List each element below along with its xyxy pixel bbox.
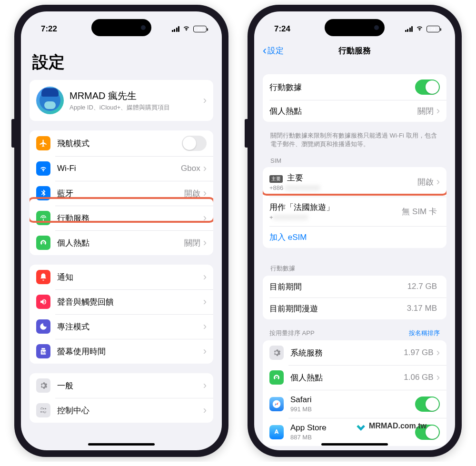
row-period[interactable]: 目前期間 12.7 GB [263,276,446,297]
cell-signal-icon [405,26,413,32]
safari-sub: 991 MB [290,406,415,413]
sound-label: 聲音與觸覺回饋 [57,297,203,307]
nav-title: 行動服務 [338,45,371,56]
chevron-icon: › [203,297,207,307]
sim-header: SIM [263,157,446,167]
hotspot-usage-value: 1.06 GB [404,373,433,382]
usage-header: 行動數據 [263,264,446,276]
roaming-value: 3.17 MB [407,304,437,313]
dynamic-island [325,19,385,36]
row-wifi[interactable]: Wi-Fi Gbox › [30,156,213,181]
row-screentime[interactable]: 螢幕使用時間 › [30,339,213,364]
row-control-center[interactable]: 控制中心 › [30,398,213,423]
general-label: 一般 [57,380,203,391]
airplane-label: 飛航模式 [57,138,182,149]
battery-icon: 71 [193,26,207,32]
bt-label: 藍牙 [57,188,184,199]
hotspot-label: 個人熱點 [269,106,417,117]
wifi-icon [182,24,190,34]
chevron-icon: › [436,347,440,358]
battery-icon: 71 [426,26,440,32]
back-label: 設定 [268,45,284,56]
sort-action[interactable]: 按名稱排序 [409,329,440,337]
notif-label: 通知 [57,272,203,283]
chevron-icon: › [203,272,207,282]
row-celldata[interactable]: 行動數據 [263,74,446,100]
hotspot-value: 關閉 [184,238,200,248]
chevron-icon: › [203,321,207,332]
group-notifications: 通知 › 聲音與觸覺回饋 › 專注模式 › [30,265,213,364]
hotspot-icon [269,370,284,385]
dynamic-island [91,19,151,36]
group-profile: MRMAD 瘋先生 Apple ID、iCloud+、媒體與購買項目 › [30,80,213,121]
bluetooth-icon [36,186,50,200]
sim-primary-label: 主要 主要 [269,172,417,183]
safari-toggle[interactable] [415,397,440,412]
row-safari[interactable]: Safari 991 MB [263,390,446,418]
page-title: 設定 [30,38,213,80]
hotspot-icon [36,236,50,250]
screentime-icon [36,344,50,358]
control-label: 控制中心 [57,405,203,416]
row-hotspot[interactable]: 個人熱點 關閉 › [30,230,213,255]
row-focus[interactable]: 專注模式 › [30,314,213,339]
row-roaming[interactable]: 目前期間漫遊 3.17 MB [263,297,446,319]
group-sim: 主要 主要 +886 000000000 開啟 › 用作「法國旅遊」 [263,167,446,248]
period-value: 12.7 GB [407,282,437,291]
row-notifications[interactable]: 通知 › [30,265,213,289]
sim-primary-value: 開啟 [417,177,434,188]
row-apple-id[interactable]: MRMAD 瘋先生 Apple ID、iCloud+、媒體與購買項目 › [30,80,213,121]
appstore-sub: 887 MB [290,434,415,441]
home-indicator [321,443,388,446]
celldata-note: 關閉行動數據來限制所有數據服務只能透過 Wi-Fi 取用，包含電子郵件、瀏覽網頁… [263,131,446,157]
row-hotspot[interactable]: 個人熱點 關閉 › [263,100,446,122]
row-sounds[interactable]: 聲音與觸覺回饋 › [30,289,213,314]
hotspot-label: 個人熱點 [57,238,184,248]
row-airplane[interactable]: 飛航模式 [30,130,213,156]
gear-icon [36,378,50,393]
row-bluetooth[interactable]: 藍牙 開啟 › [30,181,213,206]
row-add-esim[interactable]: 加入 eSIM [263,226,446,248]
group-celldata: 行動數據 個人熱點 關閉 › [263,74,446,122]
row-cellular[interactable]: 行動服務 › [30,206,213,230]
chevron-icon: › [203,405,207,416]
group-usage: 目前期間 12.7 GB 目前期間漫遊 3.17 MB [263,276,446,319]
chevron-icon: › [436,177,440,187]
safari-label: Safari [290,395,415,405]
sound-icon [36,295,50,309]
home-indicator [88,443,155,446]
profile-sub: Apple ID、iCloud+、媒體與購買項目 [69,103,203,112]
phone-right: 7:24 71 ‹ 設定 行動服務 行動數據 [248,5,462,457]
watermark-icon [356,421,366,431]
airplane-icon [36,136,50,150]
sim-travel-value: 無 SIM 卡 [402,206,437,217]
focus-label: 專注模式 [57,321,203,332]
chevron-icon: › [436,372,440,383]
sim-travel-number: +000000000 [269,214,402,221]
watermark-text: MRMAD.com.tw [369,422,426,430]
back-button[interactable]: ‹ 設定 [263,40,284,61]
hotspot-usage-label: 個人熱點 [290,372,404,383]
notifications-icon [36,270,50,284]
row-system-services[interactable]: 系統服務 1.97 GB › [263,340,446,365]
airplane-toggle[interactable] [182,136,207,151]
cellular-icon [36,211,50,225]
sim-travel-label: 用作「法國旅遊」 [269,202,402,213]
wifi-icon [36,161,50,176]
control-center-icon [36,403,50,417]
row-sim-primary[interactable]: 主要 主要 +886 000000000 開啟 › [263,167,446,197]
chevron-icon: › [203,238,207,248]
celldata-label: 行動數據 [269,82,415,93]
row-general[interactable]: 一般 › [30,373,213,398]
phone-left: 7:22 71 設定 MRMAD 瘋先生 Apple ID、iCloud+、媒體… [14,5,228,457]
roaming-label: 目前期間漫遊 [269,303,407,314]
sort-header: 按用量排序 APP 按名稱排序 [263,329,446,340]
chevron-left-icon: ‹ [263,44,267,57]
primary-badge: 主要 [269,175,283,183]
celldata-toggle[interactable] [415,79,440,95]
row-hotspot-usage[interactable]: 個人熱點 1.06 GB › [263,365,446,390]
chevron-icon: › [203,380,207,391]
add-esim-label: 加入 eSIM [269,232,307,243]
row-sim-travel[interactable]: 用作「法國旅遊」 +000000000 無 SIM 卡 [263,197,446,226]
bt-value: 開啟 [184,188,200,199]
